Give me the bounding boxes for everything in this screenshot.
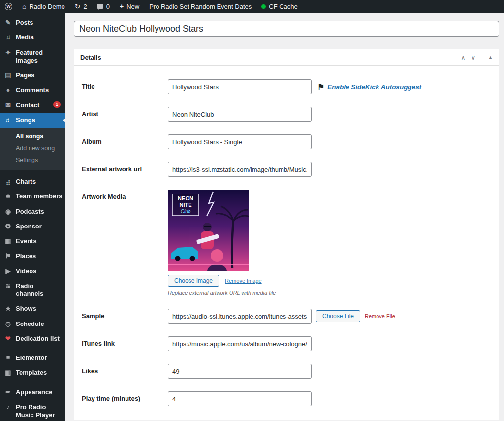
- sidebar-item-shows[interactable]: ★ Shows: [0, 301, 65, 316]
- sidebar-item-label: Posts: [16, 19, 33, 27]
- sidebar-item-pro-radio-music-player[interactable]: ♪ Pro Radio Music Player: [0, 400, 65, 421]
- sidebar-item-label: Pages: [16, 71, 34, 79]
- home-icon: ⌂: [22, 3, 26, 10]
- itunes-link-input[interactable]: [168, 336, 312, 351]
- calendar-icon: ▦: [4, 237, 12, 245]
- external-artwork-url-label: External artwork url: [82, 162, 168, 177]
- sidebar-item-pages[interactable]: ▤ Pages: [0, 68, 65, 83]
- person-icon: ☻: [4, 193, 12, 200]
- metabox-body: Title ⚑ Enable SideKick Autosuggest Arti…: [74, 66, 499, 420]
- sidebar-item-songs[interactable]: ♬ Songs: [0, 113, 65, 128]
- metabox-header[interactable]: Details ∧ ∨ ▲: [74, 49, 499, 66]
- sidebar-item-label: Places: [16, 252, 36, 260]
- play-time-label: Play time (minutes): [82, 391, 168, 406]
- sidebar-item-schedule[interactable]: ◷ Schedule: [0, 317, 65, 331]
- external-artwork-url-input[interactable]: [168, 162, 312, 177]
- sidebar-item-places[interactable]: ⚑ Places: [0, 249, 65, 263]
- elementor-icon: ≡: [4, 354, 12, 362]
- sample-field-label: Sample: [82, 309, 168, 324]
- sidebar-item-elementor[interactable]: ≡ Elementor: [0, 351, 65, 365]
- updates-count: 2: [83, 3, 87, 10]
- sidebar-item-sponsor[interactable]: ✪ Sponsor: [0, 219, 65, 234]
- envelope-icon: ✉: [4, 101, 12, 109]
- likes-input[interactable]: [168, 364, 312, 379]
- sidebar-item-appearance[interactable]: ✒ Appearance: [0, 385, 65, 400]
- likes-field-label: Likes: [82, 364, 168, 379]
- cf-cache-menu[interactable]: CF Cache: [256, 0, 303, 13]
- submenu-item-all-songs[interactable]: All songs: [0, 130, 65, 142]
- site-name-label: Radio Demo: [29, 3, 64, 10]
- toggle-panel-icon[interactable]: ▲: [488, 55, 493, 60]
- update-arrows-icon: ↻: [75, 3, 81, 10]
- play-time-input[interactable]: [168, 391, 312, 406]
- comments-menu[interactable]: 0: [92, 0, 115, 13]
- artwork-actions: Choose Image Remove Image: [168, 275, 276, 287]
- move-up-icon[interactable]: ∧: [461, 55, 465, 61]
- remove-file-link[interactable]: Remove File: [365, 313, 395, 319]
- sidebar-item-label: Events: [16, 237, 37, 245]
- field-row-play-time: Play time (minutes): [74, 385, 499, 413]
- song-title-input[interactable]: [168, 79, 312, 94]
- sidebar-item-label: Featured Images: [16, 49, 63, 65]
- wordpress-logo-menu[interactable]: W: [0, 0, 17, 13]
- star-icon: ★: [4, 305, 12, 313]
- sidebar-item-comments[interactable]: ● Comments: [0, 83, 65, 97]
- sidebar-item-radio-channels[interactable]: ≋ Radio channels: [0, 279, 65, 302]
- submenu-item-settings[interactable]: Settings: [0, 154, 65, 166]
- field-row-title: Title ⚑ Enable SideKick Autosuggest: [74, 73, 499, 100]
- sidebar-item-dedication-list[interactable]: ❤ Dedication list: [0, 331, 65, 346]
- sidekick-autosuggest-link[interactable]: ⚑ Enable SideKick Autosuggest: [317, 82, 421, 92]
- status-dot-icon: [261, 4, 266, 9]
- sidebar-item-label: Videos: [16, 267, 36, 275]
- sidebar-item-featured-images[interactable]: ✦ Featured Images: [0, 45, 65, 68]
- move-down-icon[interactable]: ∨: [471, 55, 475, 61]
- location-flag-icon: ⚑: [4, 252, 12, 260]
- svg-text:Club: Club: [181, 209, 191, 214]
- choose-image-button[interactable]: Choose Image: [168, 275, 219, 287]
- contact-count-badge: 1: [53, 101, 61, 108]
- media-icon: ♫: [4, 33, 12, 41]
- sidebar-item-templates[interactable]: ▥ Templates: [0, 365, 65, 380]
- music-note-icon: ♪: [4, 403, 12, 411]
- pages-icon: ▤: [4, 71, 12, 79]
- post-title-input[interactable]: [74, 21, 499, 37]
- pro-radio-random-dates-menu[interactable]: Pro Radio Set Random Event Dates: [144, 0, 256, 13]
- comment-bubble-icon: [97, 4, 103, 9]
- sidebar-item-charts[interactable]: ⣴ Charts: [0, 174, 65, 189]
- field-row-sample: Sample Choose File Remove File: [74, 302, 499, 330]
- sidebar-item-label: Songs: [16, 116, 35, 124]
- title-field-label: Title: [82, 79, 168, 94]
- video-play-icon: ▶: [4, 267, 12, 275]
- sidebar-item-label: Pro Radio Music Player: [16, 403, 63, 420]
- sidebar-item-team-members[interactable]: ☻ Team members: [0, 189, 65, 204]
- choose-file-button[interactable]: Choose File: [316, 310, 360, 322]
- microphone-icon: ◉: [4, 208, 12, 216]
- sidebar-item-label: Podcasts: [16, 208, 44, 216]
- album-input[interactable]: [168, 134, 312, 149]
- sidebar-item-events[interactable]: ▦ Events: [0, 234, 65, 249]
- updates-menu[interactable]: ↻ 2: [70, 0, 92, 13]
- svg-text:NITE: NITE: [179, 202, 191, 208]
- paintbrush-icon: ✒: [4, 389, 12, 396]
- main-content: Details ∧ ∨ ▲ Title ⚑ Enable SideKick Au…: [65, 0, 504, 421]
- heart-icon: ❤: [4, 335, 12, 343]
- remove-image-link[interactable]: Remove Image: [225, 278, 262, 284]
- radio-waves-icon: ≋: [4, 282, 12, 290]
- field-row-external-artwork-url: External artwork url: [74, 156, 499, 183]
- sidebar-item-label: Shows: [16, 305, 36, 313]
- sidebar-item-contact[interactable]: ✉ Contact 1: [0, 98, 65, 113]
- cf-cache-label: CF Cache: [269, 3, 298, 10]
- artist-input[interactable]: [168, 107, 312, 122]
- submenu-item-add-new-song[interactable]: Add new song: [0, 142, 65, 154]
- sidebar-item-videos[interactable]: ▶ Videos: [0, 264, 65, 279]
- metabox-handle-actions: ∧ ∨ ▲: [461, 55, 493, 61]
- sidebar-item-podcasts[interactable]: ◉ Podcasts: [0, 204, 65, 219]
- new-label: New: [126, 3, 139, 10]
- sponsor-star-icon: ✪: [4, 223, 12, 230]
- sidebar-item-label: Team members: [16, 193, 62, 200]
- sidebar-item-posts[interactable]: ✎ Posts: [0, 15, 65, 30]
- sample-url-input[interactable]: [168, 309, 312, 324]
- site-name-menu[interactable]: ⌂ Radio Demo: [17, 0, 70, 13]
- sidebar-item-media[interactable]: ♫ Media: [0, 30, 65, 45]
- new-content-menu[interactable]: + New: [115, 0, 144, 13]
